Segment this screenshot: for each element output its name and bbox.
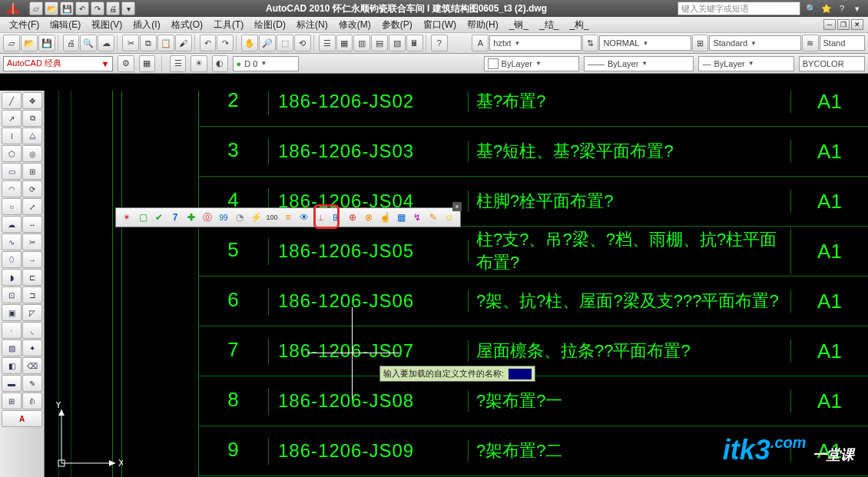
- linetype-combo[interactable]: ——ByLayer▼: [584, 56, 694, 71]
- plugin-100-icon[interactable]: 100: [264, 210, 280, 225]
- lineweight-combo[interactable]: —ByLayer▼: [698, 56, 793, 71]
- mdi-restore-icon[interactable]: ❐: [837, 19, 850, 30]
- pan-icon[interactable]: ✋: [241, 35, 258, 51]
- help-icon[interactable]: ?: [836, 2, 848, 15]
- menu-tools[interactable]: 工具(T): [209, 17, 248, 33]
- extend-icon[interactable]: →: [22, 251, 42, 268]
- plugin-lines-icon[interactable]: ≡: [280, 210, 296, 225]
- line-icon[interactable]: ╱: [2, 92, 22, 109]
- dynamic-input-prompt[interactable]: 输入要加载的自定义文件的名称:: [379, 366, 535, 382]
- circle-icon[interactable]: ○: [2, 198, 22, 215]
- menu-view[interactable]: 视图(V): [87, 17, 127, 33]
- move-icon[interactable]: ✥: [22, 92, 42, 109]
- menu-frame[interactable]: _构_: [565, 17, 593, 33]
- infocenter-search-icon[interactable]: 🔍: [805, 2, 817, 15]
- undo-icon[interactable]: ↶: [200, 35, 217, 51]
- tablestyle-icon[interactable]: ⊞: [692, 35, 709, 51]
- revcloud-icon[interactable]: ☁: [2, 216, 22, 233]
- menu-window[interactable]: 窗口(W): [419, 17, 461, 33]
- plugin-check-icon[interactable]: ✔: [151, 210, 167, 225]
- scale-icon[interactable]: ⤢: [22, 198, 42, 215]
- plugin-plus-icon[interactable]: ✚: [184, 210, 199, 225]
- zoom-rt-icon[interactable]: 🔎: [259, 35, 276, 51]
- layer-combo[interactable]: ●D 0▼: [233, 56, 299, 71]
- plugin-hand-icon[interactable]: ☝: [377, 210, 393, 225]
- hatch-icon[interactable]: ▨: [2, 340, 22, 356]
- mirror-icon[interactable]: ⧋: [22, 128, 42, 144]
- qat-more-icon[interactable]: ▾: [121, 2, 135, 15]
- erase-icon[interactable]: ⌫: [22, 357, 42, 374]
- qat-redo-icon[interactable]: ↷: [91, 2, 104, 15]
- match-icon[interactable]: 🖌: [175, 35, 192, 51]
- plot-icon[interactable]: 🖨: [63, 35, 80, 51]
- subscription-icon[interactable]: ⭐: [820, 2, 833, 15]
- calc-icon[interactable]: 🖩: [406, 35, 423, 51]
- plugin-99-icon[interactable]: 99: [216, 210, 231, 225]
- table-icon[interactable]: ⊞: [2, 393, 22, 409]
- array-icon[interactable]: ⊞: [22, 163, 42, 180]
- menu-dimension[interactable]: 标注(N): [292, 17, 333, 33]
- plugin-gear-icon[interactable]: ✴: [119, 210, 134, 225]
- join-icon[interactable]: ⊐: [22, 287, 42, 303]
- plugin-close-icon[interactable]: ×: [452, 202, 462, 211]
- layer-iso-icon[interactable]: ◐: [212, 55, 228, 72]
- pedit-icon[interactable]: ✎: [22, 375, 42, 392]
- properties-icon[interactable]: ☰: [319, 35, 336, 51]
- publish-icon[interactable]: ☁: [98, 35, 114, 51]
- help-search-input[interactable]: 键入关键字或短语: [678, 2, 800, 15]
- plugin-target-icon[interactable]: ⊕: [345, 210, 360, 225]
- tool-palette-icon[interactable]: ▥: [353, 35, 370, 51]
- sheet-set-icon[interactable]: ▤: [371, 35, 388, 51]
- region-icon[interactable]: ▬: [2, 375, 22, 392]
- insert-block-icon[interactable]: ⊡: [2, 287, 22, 303]
- gradient-icon[interactable]: ◧: [2, 357, 22, 374]
- plugin-smile-icon[interactable]: ☺: [442, 210, 457, 225]
- layer-state-icon[interactable]: ☀: [190, 55, 207, 72]
- color-combo[interactable]: ByLayer▼: [484, 56, 579, 71]
- plugin-seven-icon[interactable]: 7: [167, 210, 183, 225]
- plugin-cross-icon[interactable]: ⊗: [361, 210, 376, 225]
- copy2-icon[interactable]: ⧉: [22, 110, 42, 127]
- zoom-win-icon[interactable]: ⬚: [277, 35, 293, 51]
- ws-settings-icon[interactable]: ⚙: [118, 55, 134, 72]
- plugin-rect-icon[interactable]: ▢: [135, 210, 151, 225]
- point-icon[interactable]: ·: [2, 322, 22, 339]
- menu-struct[interactable]: _结_: [535, 17, 563, 33]
- menu-draw[interactable]: 绘图(D): [250, 17, 290, 33]
- plugin-toolbar[interactable]: ✴ ▢ ✔ 7 ✚ ⓪ 99 ◔ ⚡ 100 ≡ 👁 ⟂ ⊞ ⊕ ⊗ ☝ ▦ ↯…: [115, 207, 461, 227]
- save-icon[interactable]: 💾: [38, 35, 55, 51]
- zoom-prev-icon[interactable]: ⟲: [294, 35, 311, 51]
- qat-undo-icon[interactable]: ↶: [75, 2, 89, 15]
- markup-icon[interactable]: ▧: [389, 35, 406, 51]
- menu-help[interactable]: 帮助(H): [462, 17, 503, 33]
- pline-icon[interactable]: ⌇: [2, 128, 22, 144]
- rectangle-icon[interactable]: ▭: [2, 163, 22, 180]
- preview-icon[interactable]: 🔍: [80, 35, 97, 51]
- plugin-bolt-icon[interactable]: ⚡: [248, 210, 263, 225]
- offset-icon[interactable]: ◎: [22, 145, 42, 162]
- dimstyle-icon[interactable]: ⇅: [582, 35, 599, 51]
- make-block-icon[interactable]: ▣: [2, 304, 22, 321]
- mlstyle-icon[interactable]: ≋: [802, 35, 819, 51]
- qat-new-icon[interactable]: ▱: [29, 2, 43, 15]
- polygon-icon[interactable]: ⬠: [2, 145, 22, 162]
- dim-style-combo[interactable]: NORMAL▼: [599, 35, 691, 51]
- ellipsearc-icon[interactable]: ◗: [2, 269, 22, 286]
- chamfer-icon[interactable]: ◸: [22, 304, 42, 321]
- layer-props-icon[interactable]: ☰: [170, 55, 186, 72]
- text-style-combo[interactable]: hztxt▼: [489, 35, 581, 51]
- align-icon[interactable]: ⫛: [22, 393, 42, 409]
- plugin-edit-icon[interactable]: ✎: [426, 210, 441, 225]
- plugin-swap-icon[interactable]: ↯: [409, 210, 425, 225]
- help2-icon[interactable]: ?: [431, 35, 448, 51]
- qat-save-icon[interactable]: 💾: [60, 2, 74, 15]
- plugin-pie-icon[interactable]: ◔: [232, 210, 247, 225]
- break-icon[interactable]: ⊏: [22, 269, 42, 286]
- plugin-zero-icon[interactable]: ⓪: [200, 210, 215, 225]
- ellipse-icon[interactable]: ⬯: [2, 251, 22, 268]
- ws-save-icon[interactable]: ▦: [139, 55, 155, 72]
- workspace-combo[interactable]: AutoCAD 经典▼: [3, 56, 113, 71]
- menu-file[interactable]: 文件(F): [5, 17, 44, 33]
- menu-edit[interactable]: 编辑(E): [45, 17, 85, 33]
- qat-open-icon[interactable]: 📂: [45, 2, 58, 15]
